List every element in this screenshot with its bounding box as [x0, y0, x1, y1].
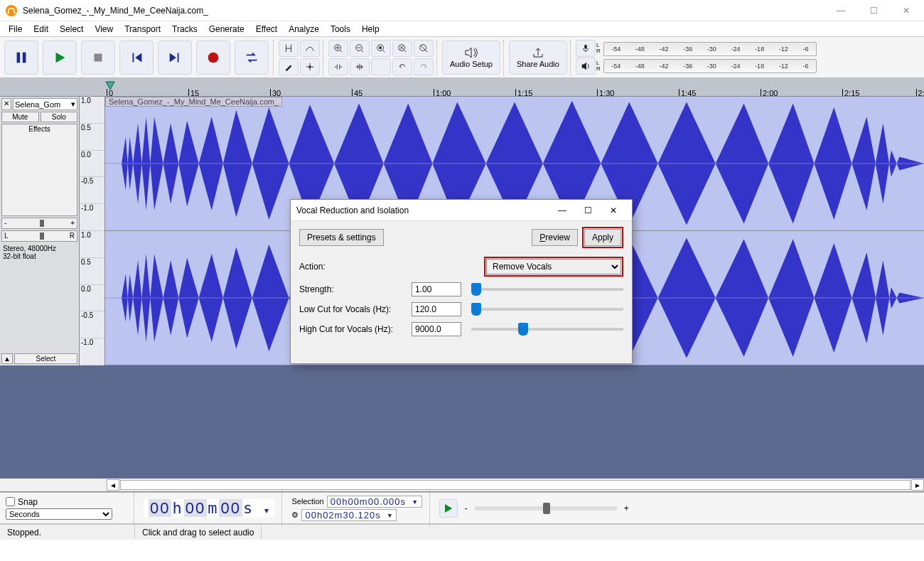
- loop-button[interactable]: [235, 41, 269, 75]
- action-select[interactable]: Remove Vocals: [486, 259, 621, 274]
- window-minimize-button[interactable]: —: [824, 1, 857, 21]
- svg-rect-2: [95, 53, 102, 61]
- speed-minus-label: -: [465, 503, 468, 513]
- gear-icon[interactable]: ⚙: [291, 511, 299, 520]
- snap-checkbox[interactable]: Snap: [6, 497, 127, 507]
- highcut-label: High Cut for Vocals (Hz):: [299, 324, 406, 334]
- timeline-ruler[interactable]: 0 15 30 45 1:00 1:15 1:30 1:45 2:00 2:15…: [0, 78, 924, 97]
- window-title: Selena_Gomez_-_My_Mind_Me_CeeNaija.com_: [23, 6, 824, 16]
- selection-end[interactable]: 00h02m30.120s ▾: [301, 509, 397, 521]
- hscroll-left-arrow[interactable]: ◄: [107, 479, 119, 491]
- menu-help[interactable]: Help: [356, 23, 385, 36]
- silence-button[interactable]: [350, 58, 370, 75]
- svg-rect-8: [379, 46, 382, 49]
- placeholder-tool[interactable]: [371, 58, 391, 75]
- snap-group: Snap Seconds: [6, 497, 127, 520]
- horizontal-scrollbar[interactable]: ◄ ►: [0, 479, 924, 491]
- highcut-input[interactable]: [412, 322, 461, 336]
- menu-tools[interactable]: Tools: [325, 23, 356, 36]
- multi-tool[interactable]: [300, 58, 320, 75]
- menu-tracks[interactable]: Tracks: [166, 23, 203, 36]
- menu-analyze[interactable]: Analyze: [283, 23, 325, 36]
- redo-button[interactable]: [414, 58, 434, 75]
- stop-button[interactable]: [81, 41, 115, 75]
- zoom-tools: [328, 40, 434, 75]
- zoom-toggle-button[interactable]: [414, 40, 434, 57]
- audio-setup-button[interactable]: Audio Setup: [442, 41, 500, 75]
- fit-project-button[interactable]: [392, 40, 412, 57]
- track-mute-button[interactable]: Mute: [1, 112, 39, 122]
- clip-label[interactable]: Selena_Gomez_-_My_Mind_Me_CeeNaija.com_: [105, 97, 282, 107]
- track-select-button[interactable]: Select: [14, 353, 77, 364]
- mic-lr-label: LR: [596, 43, 602, 54]
- zoom-in-button[interactable]: [328, 40, 348, 57]
- trim-button[interactable]: [328, 58, 348, 75]
- strength-slider[interactable]: [471, 288, 623, 291]
- bottom-toolbar: Snap Seconds 00h00m00s ▾ Selection 00h00…: [0, 492, 924, 524]
- pause-button[interactable]: [4, 41, 38, 75]
- edit-tools: [279, 40, 320, 75]
- track-vertical-scale: 1.00.50.0-0.5-1.0 1.00.50.0-0.5-1.0: [80, 97, 105, 365]
- track-gain-slider[interactable]: -+: [1, 218, 77, 229]
- lowcut-slider[interactable]: [471, 308, 623, 311]
- selection-label: Selection: [291, 497, 323, 506]
- lowcut-label: Low Cut for Vocals (Hz):: [299, 304, 406, 314]
- play-at-speed-button[interactable]: [439, 499, 458, 518]
- svg-point-3: [208, 52, 219, 63]
- window-close-button[interactable]: ✕: [890, 1, 923, 21]
- share-audio-button[interactable]: Share Audio: [509, 41, 567, 75]
- skip-start-button[interactable]: [119, 41, 154, 75]
- svg-point-4: [308, 65, 311, 68]
- track-solo-button[interactable]: Solo: [41, 112, 78, 122]
- presets-settings-button[interactable]: Presets & settings: [299, 229, 384, 246]
- preview-button[interactable]: Preview: [532, 229, 578, 246]
- play-button[interactable]: [43, 41, 77, 75]
- vocal-reduction-dialog: Vocal Reduction and Isolation — ☐ ✕ Pres…: [290, 199, 633, 364]
- meter-io-icons: LR LR: [576, 40, 602, 75]
- strength-input[interactable]: [412, 282, 461, 296]
- selection-tool[interactable]: [279, 40, 299, 57]
- track-close-button[interactable]: ✕: [1, 98, 11, 110]
- mic-icon[interactable]: [576, 40, 596, 57]
- menu-edit[interactable]: Edit: [28, 23, 54, 36]
- highcut-slider[interactable]: [471, 328, 623, 331]
- selection-start[interactable]: 00h00m00.000s ▾: [327, 496, 422, 508]
- time-display[interactable]: 00h00m00s ▾: [144, 499, 274, 518]
- track-name-dropdown[interactable]: Selena_Gom▾: [13, 98, 77, 110]
- undo-button[interactable]: [392, 58, 412, 75]
- track-effects-button[interactable]: Effects: [1, 124, 77, 216]
- menu-select[interactable]: Select: [54, 23, 89, 36]
- zoom-out-button[interactable]: [350, 40, 370, 57]
- strength-label: Strength:: [299, 284, 406, 294]
- apply-button[interactable]: Apply: [584, 229, 621, 246]
- lowcut-input[interactable]: [412, 302, 461, 316]
- playback-meter[interactable]: -54-48-42-36-30-24-18-12-6: [603, 59, 817, 73]
- track-collapse-button[interactable]: ▲: [1, 353, 13, 364]
- hscroll-right-arrow[interactable]: ►: [911, 479, 924, 491]
- menu-transport[interactable]: Transport: [119, 23, 166, 36]
- track-pan-slider[interactable]: LR: [1, 230, 77, 242]
- fit-selection-button[interactable]: [371, 40, 391, 57]
- skip-end-button[interactable]: [158, 41, 192, 75]
- speaker-icon[interactable]: [576, 58, 596, 75]
- track-format-label: Stereo, 48000Hz32-bit float: [1, 243, 77, 262]
- dialog-minimize-button[interactable]: —: [549, 205, 575, 215]
- speed-plus-label: +: [624, 503, 629, 513]
- dialog-maximize-button[interactable]: ☐: [575, 205, 601, 215]
- recording-meter[interactable]: -54-48-42-36-30-24-18-12-6: [603, 42, 817, 56]
- record-button[interactable]: [196, 41, 230, 75]
- dialog-close-button[interactable]: ✕: [601, 205, 626, 215]
- playback-speed-slider[interactable]: [475, 506, 617, 511]
- envelope-tool[interactable]: [300, 40, 320, 57]
- menu-generate[interactable]: Generate: [203, 23, 250, 36]
- window-titlebar: Selena_Gomez_-_My_Mind_Me_CeeNaija.com_ …: [0, 0, 924, 21]
- action-label: Action:: [299, 262, 406, 272]
- toolbar-row: Audio Setup Share Audio LR LR -54-48-42-…: [0, 37, 924, 78]
- menu-view[interactable]: View: [89, 23, 119, 36]
- draw-tool[interactable]: [279, 58, 299, 75]
- menu-effect[interactable]: Effect: [250, 23, 283, 36]
- menu-file[interactable]: File: [3, 23, 28, 36]
- snap-unit-select[interactable]: Seconds: [6, 508, 112, 520]
- status-state: Stopped.: [0, 526, 135, 539]
- window-maximize-button[interactable]: ☐: [857, 1, 890, 21]
